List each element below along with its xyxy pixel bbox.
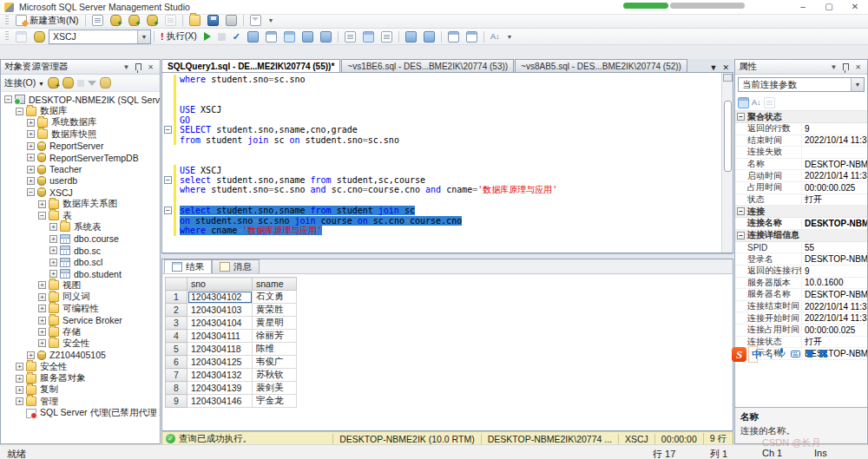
expand-icon[interactable]: + <box>27 119 35 127</box>
display-estimated-plan-button[interactable] <box>244 30 262 43</box>
collapse-icon[interactable]: − <box>38 212 46 220</box>
decrease-indent-button[interactable] <box>444 30 463 43</box>
expand-icon[interactable]: + <box>38 317 46 325</box>
cell[interactable]: 苏秋钦 <box>253 369 297 382</box>
property-row[interactable]: 服务器版本10.0.1600 <box>735 278 867 290</box>
code-line-6[interactable]: −SELECT student.sno,sname,cno,grade <box>162 125 722 135</box>
property-row[interactable]: 结束时间2022/10/14 11:33:29 <box>735 135 867 148</box>
property-row[interactable]: 返回的行数9 <box>735 123 867 135</box>
toolbar-overflow-button[interactable]: ▼ <box>503 30 516 43</box>
collapse-icon[interactable]: − <box>737 232 745 239</box>
row-header[interactable]: 1 <box>166 291 187 304</box>
collapse-icon[interactable]: − <box>164 207 172 214</box>
tree-item--[interactable]: +数据库关系图 <box>1 199 160 210</box>
property-row[interactable]: 连接失败 <box>735 147 867 159</box>
new-xmla-query-button[interactable] <box>143 14 161 27</box>
property-row[interactable]: 返回的连接行数9 <box>735 266 867 278</box>
tree-item-service-broker[interactable]: +Service Broker <box>1 314 160 325</box>
expand-icon[interactable]: + <box>27 177 35 185</box>
expand-icon[interactable]: + <box>38 339 46 347</box>
tree-item-userdb[interactable]: +userdb <box>1 175 160 187</box>
toolbox-icon[interactable] <box>819 348 827 361</box>
tree-item--[interactable]: +系统表 <box>1 221 160 233</box>
tab-messages[interactable]: 消息 <box>212 259 260 273</box>
pin-icon[interactable] <box>135 63 141 70</box>
expand-icon[interactable]: + <box>49 235 57 243</box>
tree-item-teacher[interactable]: +Teacher <box>1 163 160 174</box>
cell[interactable]: 1204304104 <box>187 317 253 330</box>
expand-icon[interactable]: + <box>27 130 35 138</box>
code-line-4[interactable]: USE XSCJ <box>162 105 722 115</box>
tree-item-reportservertempdb[interactable]: +ReportServerTempDB <box>1 152 160 163</box>
tree-item-reportserver[interactable]: +ReportServer <box>1 141 160 152</box>
results-to-file-button[interactable] <box>378 30 396 43</box>
cell[interactable]: 1204304139 <box>187 382 253 395</box>
tree-item-sql-server-xp-[interactable]: SQL Server 代理(已禁用代理 XP) <box>1 408 160 419</box>
tree-item--[interactable]: +可编程性 <box>1 303 160 314</box>
property-row[interactable]: 占用时间00:00:00.025 <box>735 182 867 194</box>
print-button[interactable] <box>222 14 240 27</box>
close-document-icon[interactable]: ✕ <box>722 63 729 72</box>
toolbar-grip[interactable] <box>5 31 9 42</box>
property-row[interactable]: 登录名DESKTOP-NBME2IK <box>735 253 867 266</box>
row-header[interactable]: 7 <box>166 369 187 382</box>
skin-icon[interactable] <box>806 348 814 361</box>
row-header[interactable]: 2 <box>166 304 187 317</box>
tree-item-dbo-sc[interactable]: +dbo.sc <box>1 245 160 256</box>
sogou-logo-icon[interactable]: S <box>732 347 746 362</box>
row-header[interactable]: 3 <box>166 317 187 330</box>
document-tab-2[interactable]: ~vs8AB5.sql - DES...BME2IK\20774 (52)) <box>515 59 687 72</box>
collapse-icon[interactable]: − <box>16 108 23 115</box>
toolbar-overflow-button[interactable]: ▼ <box>265 14 278 27</box>
cell[interactable]: 1204304111 <box>187 330 253 343</box>
copy-button[interactable] <box>161 14 180 27</box>
query-designer-button[interactable] <box>262 30 280 43</box>
cell[interactable]: 徐丽芳 <box>253 330 297 343</box>
tree-item--[interactable]: −表 <box>1 210 160 221</box>
categorized-icon[interactable] <box>738 97 749 108</box>
tree-item-desktop-nbme2ik-sql-server-10-0-160[interactable]: −DESKTOP-NBME2IK (SQL Server 10.0.160 <box>1 94 160 105</box>
cell[interactable]: 1204304103 <box>187 304 253 317</box>
expand-icon[interactable]: + <box>49 270 57 278</box>
collapse-icon[interactable]: − <box>27 188 35 196</box>
connect-editor-button[interactable] <box>12 30 30 43</box>
sql-editor[interactable]: where student.sno=sc.sno USE XSCJGO−SELE… <box>161 73 733 253</box>
keyboard-icon[interactable] <box>791 348 800 361</box>
expand-icon[interactable]: + <box>38 281 46 289</box>
close-button[interactable]: ✕ <box>842 0 868 13</box>
code-line-14[interactable]: −select student.sno,sname from student j… <box>162 206 722 216</box>
tree-item--[interactable]: +管理 <box>1 396 160 407</box>
code-line-1[interactable]: where student.sno=sc.sno <box>162 75 722 85</box>
code-line-3[interactable] <box>162 95 722 105</box>
tree-item-z2104405105[interactable]: +Z2104405105 <box>1 350 160 361</box>
expand-icon[interactable]: + <box>16 363 23 370</box>
delete-object-icon[interactable] <box>100 77 111 89</box>
tree-item--[interactable]: +存储 <box>1 326 160 338</box>
cell[interactable]: 1204304132 <box>187 369 253 382</box>
expand-icon[interactable]: + <box>16 397 23 405</box>
collapse-icon[interactable]: − <box>164 126 172 134</box>
property-row[interactable]: SPID55 <box>735 242 867 254</box>
cell[interactable]: 黄星明 <box>253 317 297 330</box>
row-header[interactable]: 6 <box>166 356 187 369</box>
cell[interactable]: 1204304125 <box>187 356 253 369</box>
tab-results[interactable]: 结果 <box>164 259 212 273</box>
tree-item--[interactable]: +视图 <box>1 279 160 291</box>
expand-icon[interactable]: + <box>49 259 57 266</box>
collapse-icon[interactable]: − <box>737 207 745 215</box>
cell[interactable]: 1204304146 <box>187 395 253 408</box>
execute-button[interactable]: ! 执行(X) <box>157 30 201 43</box>
active-files-icon[interactable]: ▼ <box>710 63 718 72</box>
expand-icon[interactable]: + <box>49 223 57 231</box>
property-row[interactable]: 连接结束时间2022/10/14 11:33:29 <box>735 301 867 313</box>
sql-code[interactable]: where student.sno=sc.sno USE XSCJGO−SELE… <box>162 75 722 236</box>
code-line-16[interactable]: where cname='数据库原理与应用' <box>162 226 722 236</box>
collapse-icon[interactable]: − <box>737 113 745 121</box>
tree-item-dbo-scl[interactable]: +dbo.scl <box>1 256 160 267</box>
cell[interactable]: 1204304118 <box>187 343 253 356</box>
row-header[interactable]: 5 <box>166 343 187 356</box>
toolbar-grip[interactable] <box>5 16 9 26</box>
increase-indent-button[interactable] <box>463 30 481 43</box>
open-file-button[interactable] <box>186 14 204 27</box>
row-header[interactable]: 8 <box>166 382 187 395</box>
